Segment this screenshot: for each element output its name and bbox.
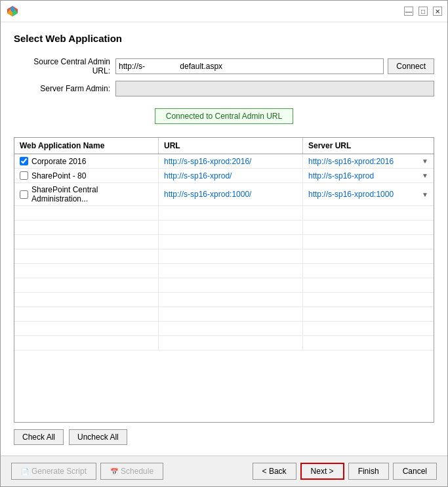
row2-checkbox[interactable] <box>20 171 28 180</box>
title-bar: — □ ✕ <box>1 1 447 22</box>
row3-name-cell: SharePoint Central Administration... <box>14 183 159 205</box>
table-body: Corporate 2016 http://s-sp16-xprod:2016/… <box>14 154 434 422</box>
col-header-name: Web Application Name <box>14 138 159 154</box>
row2-server-url: http://s-sp16-xprod <box>308 171 374 180</box>
generate-script-button[interactable]: 📄 Generate Script <box>11 463 96 480</box>
row2-name: SharePoint - 80 <box>31 171 86 180</box>
next-button[interactable]: Next > <box>300 463 344 480</box>
source-url-row: Source Central Admin URL: Connect <box>14 57 434 75</box>
connect-button[interactable]: Connect <box>388 58 434 74</box>
source-url-input[interactable] <box>115 58 384 74</box>
generate-script-label: Generate Script <box>31 467 87 476</box>
table-row-empty <box>14 249 434 264</box>
app-logo <box>6 5 19 18</box>
table-row-empty <box>14 264 434 278</box>
table-row-empty <box>14 293 434 307</box>
table-row: Corporate 2016 http://s-sp16-xprod:2016/… <box>14 154 434 169</box>
row1-dropdown-icon[interactable]: ▼ <box>422 158 428 165</box>
footer: 📄 Generate Script 📅 Schedule < Back Next… <box>1 455 447 486</box>
row3-server-url-cell: http://s-sp16-xprod:1000 ▼ <box>303 183 434 205</box>
row1-name-cell: Corporate 2016 <box>14 154 159 168</box>
back-button[interactable]: < Back <box>253 463 296 480</box>
table-header: Web Application Name URL Server URL <box>14 138 434 154</box>
row1-name: Corporate 2016 <box>31 157 86 166</box>
minimize-button[interactable]: — <box>404 7 413 16</box>
check-all-button[interactable]: Check All <box>14 429 64 445</box>
row3-name: SharePoint Central Administration... <box>31 185 153 203</box>
bottom-controls: Check All Uncheck All <box>14 429 434 445</box>
main-content: Select Web Application Source Central Ad… <box>1 22 447 455</box>
web-application-table: Web Application Name URL Server URL Corp… <box>14 137 434 423</box>
server-farm-input[interactable] <box>115 81 434 96</box>
col-header-url: URL <box>159 138 303 154</box>
row2-server-url-cell: http://s-sp16-xprod ▼ <box>303 169 434 182</box>
close-button[interactable]: ✕ <box>433 7 442 16</box>
schedule-icon: 📅 <box>110 468 118 475</box>
server-farm-row: Server Farm Admin: <box>14 81 434 96</box>
row2-dropdown-icon[interactable]: ▼ <box>422 172 428 179</box>
row1-server-url: http://s-sp16-xprod:2016 <box>308 157 394 166</box>
uncheck-all-button[interactable]: Uncheck All <box>69 429 127 445</box>
maximize-button[interactable]: □ <box>418 7 428 16</box>
table-row-empty <box>14 336 434 350</box>
table-row-empty <box>14 235 434 249</box>
table-row-empty <box>14 278 434 293</box>
row2-name-cell: SharePoint - 80 <box>14 169 159 182</box>
col-header-server-url: Server URL <box>303 138 434 154</box>
source-url-label: Source Central Admin URL: <box>14 57 115 75</box>
row2-url-cell: http://s-sp16-xprod/ <box>159 169 303 182</box>
table-row-empty <box>14 322 434 336</box>
table-row: SharePoint - 80 http://s-sp16-xprod/ htt… <box>14 169 434 183</box>
generate-script-icon: 📄 <box>21 468 29 475</box>
table-row-empty <box>14 307 434 322</box>
page-title: Select Web Application <box>14 33 434 44</box>
row1-server-url-cell: http://s-sp16-xprod:2016 ▼ <box>303 154 434 168</box>
schedule-button[interactable]: 📅 Schedule <box>100 463 163 480</box>
row3-checkbox[interactable] <box>20 190 28 199</box>
table-row: SharePoint Central Administration... htt… <box>14 183 434 206</box>
table-row-empty <box>14 221 434 235</box>
cancel-button[interactable]: Cancel <box>393 463 437 480</box>
schedule-label: Schedule <box>121 467 153 476</box>
row3-dropdown-icon[interactable]: ▼ <box>422 191 428 198</box>
row3-server-url: http://s-sp16-xprod:1000 <box>308 190 394 199</box>
window-controls: — □ ✕ <box>404 7 442 16</box>
status-row: Connected to Central Admin URL <box>14 102 434 131</box>
row1-url-cell: http://s-sp16-xprod:2016/ <box>159 154 303 168</box>
table-row-empty <box>14 206 434 221</box>
status-banner: Connected to Central Admin URL <box>155 108 293 124</box>
finish-button[interactable]: Finish <box>348 463 389 480</box>
server-farm-label: Server Farm Admin: <box>14 84 115 93</box>
row3-url-cell: http://s-sp16-xprod:1000/ <box>159 183 303 205</box>
row1-checkbox[interactable] <box>20 157 28 165</box>
